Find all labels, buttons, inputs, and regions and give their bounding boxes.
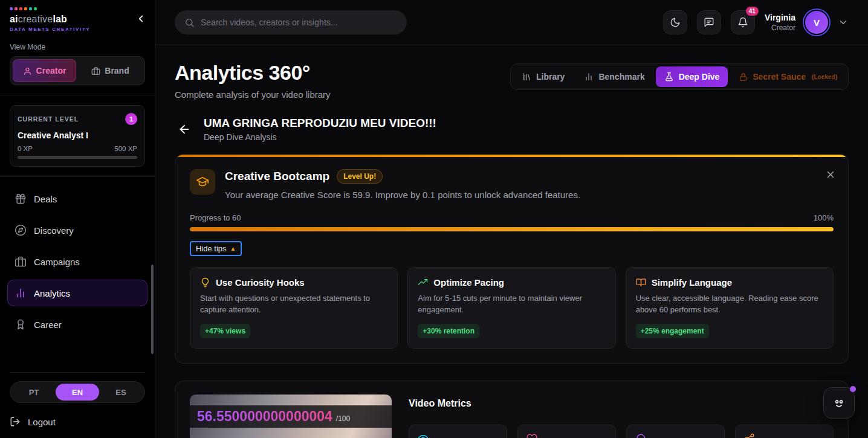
tab-label: Benchmark	[598, 72, 644, 82]
metric-card-comments	[626, 425, 725, 438]
tab-label: Secret Sauce	[753, 72, 806, 82]
share-icon	[744, 433, 755, 438]
video-thumbnail: 56.550000000000004 /100	[190, 395, 392, 438]
sidebar-collapse-button[interactable]	[135, 13, 146, 26]
view-mode-label: View Mode	[0, 32, 155, 56]
sidebar-item-discovery[interactable]: Discovery	[7, 217, 147, 243]
tip-title: Use Curiosity Hooks	[216, 277, 305, 288]
sidebar-scrollbar[interactable]	[151, 265, 154, 354]
page-header: Analytics 360° Complete analysis of your…	[175, 61, 849, 100]
creative-score-max: /100	[336, 414, 350, 423]
bootcamp-text-block: Creative Bootcamp Level Up! Your average…	[225, 169, 580, 200]
user-icon	[23, 66, 32, 76]
locked-note: (Locked)	[812, 74, 837, 80]
topbar: 41 Virginia Creator V	[155, 0, 868, 45]
logo-dot	[34, 7, 37, 10]
view-mode-brand-button[interactable]: Brand	[79, 59, 142, 82]
lightbulb-icon	[200, 277, 210, 288]
language-toggle: PT EN ES	[10, 381, 145, 403]
sidebar-item-analytics[interactable]: Analytics	[7, 280, 147, 306]
user-name: Virginia	[765, 13, 795, 22]
view-mode-creator-button[interactable]: Creator	[13, 59, 76, 82]
metric-card-views	[409, 425, 507, 438]
sidebar-item-career[interactable]: Career	[7, 311, 147, 338]
page-title-block: Analytics 360° Complete analysis of your…	[175, 61, 331, 100]
tip-stat-badge: +30% retention	[418, 324, 479, 338]
eye-icon	[418, 433, 429, 438]
bootcamp-close-button[interactable]	[825, 169, 836, 182]
trending-up-icon	[418, 277, 428, 288]
creative-bootcamp-card: Creative Bootcamp Level Up! Your average…	[175, 154, 849, 364]
tip-stat-badge: +25% engagement	[636, 324, 709, 338]
current-level-heading: CURRENT LEVEL	[18, 115, 79, 123]
sidebar-item-label: Career	[34, 320, 62, 330]
tip-title: Simplify Language	[652, 277, 732, 288]
search-input[interactable]	[201, 18, 397, 27]
tab-label: Library	[536, 72, 565, 82]
page-subtitle: Complete analysis of your video library	[175, 89, 331, 100]
logo-part-creative: creative	[18, 14, 53, 24]
tip-description: Use clear, accessible language. Reading …	[636, 293, 823, 316]
tab-label: Deep Dive	[679, 72, 720, 82]
xp-max: 500 XP	[114, 145, 137, 152]
sidebar-header: aicreativelab DATA MEETS CREATIVITY	[0, 0, 155, 32]
metric-grid	[409, 425, 834, 438]
assistant-face-icon	[832, 396, 846, 410]
moon-icon	[670, 17, 681, 28]
level-up-badge: Level Up!	[337, 169, 383, 184]
user-menu-button[interactable]	[838, 17, 849, 28]
assistant-button[interactable]	[823, 387, 855, 419]
logo-dot	[19, 7, 22, 10]
sidebar-item-deals[interactable]: Deals	[7, 185, 147, 212]
library-icon	[522, 72, 531, 82]
tab-deep-dive[interactable]: Deep Dive	[656, 66, 728, 87]
creative-score-overlay: 56.550000000000004 /100	[190, 405, 392, 428]
xp-current: 0 XP	[18, 145, 33, 152]
sidebar-item-campaigns[interactable]: Campaigns	[7, 248, 147, 275]
video-title-block: UMA GRINGA REPRODUZIU MEU VIDEO!!! Deep …	[204, 117, 436, 142]
sidebar-item-label: Analytics	[34, 288, 70, 298]
logo-dot	[29, 7, 32, 10]
tips-grid: Use Curiosity Hooks Start with questions…	[190, 267, 834, 349]
comment-icon	[635, 433, 646, 438]
tab-library[interactable]: Library	[513, 66, 573, 87]
app-logo: aicreativelab	[10, 14, 145, 25]
language-es-button[interactable]: ES	[99, 384, 143, 401]
hide-tips-button[interactable]: Hide tips ▲	[190, 241, 242, 256]
video-metrics-heading: Video Metrics	[409, 398, 834, 409]
view-mode-brand-label: Brand	[105, 66, 129, 76]
briefcase-icon	[91, 66, 100, 76]
video-metrics-card: 56.550000000000004 /100 Video Metrics	[175, 381, 849, 438]
analytics-icon	[15, 287, 27, 299]
progress-label: Progress to 60	[190, 213, 241, 222]
campaigns-icon	[15, 256, 27, 268]
analytics-tabs: Library Benchmark Deep Dive Secret Sauce…	[510, 63, 849, 90]
app-root: aicreativelab DATA MEETS CREATIVITY View…	[0, 0, 868, 438]
logo-part-lab: lab	[53, 14, 67, 24]
metric-card-shares	[735, 425, 834, 438]
tip-card-simplify-language: Simplify Language Use clear, accessible …	[626, 267, 834, 349]
logout-icon	[10, 416, 21, 427]
tip-description: Start with questions or unexpected state…	[200, 293, 387, 316]
bootcamp-description: Your average Creative Score is 59.9. Imp…	[225, 190, 580, 200]
logo-dot	[15, 7, 18, 10]
tab-benchmark[interactable]: Benchmark	[575, 66, 653, 87]
avatar[interactable]: V	[805, 11, 828, 34]
tip-description: Aim for 5-15 cuts per minute to maintain…	[418, 293, 605, 316]
language-en-button[interactable]: EN	[56, 384, 99, 401]
main-content: Analytics 360° Complete analysis of your…	[155, 45, 868, 438]
lock-icon	[739, 72, 748, 82]
logo-dots	[10, 7, 145, 10]
logo-tagline: DATA MEETS CREATIVITY	[10, 27, 145, 32]
logout-button[interactable]: Logout	[10, 416, 56, 427]
tab-secret-sauce[interactable]: Secret Sauce (Locked)	[730, 66, 846, 87]
feedback-button[interactable]	[697, 10, 721, 34]
notifications-button[interactable]: 41	[731, 10, 755, 34]
back-button[interactable]	[175, 120, 194, 139]
sidebar-item-label: Discovery	[34, 225, 74, 236]
logo-dot	[10, 7, 13, 10]
sidebar-footer: PT EN ES Logout	[0, 372, 155, 438]
language-pt-button[interactable]: PT	[12, 384, 56, 401]
theme-toggle-button[interactable]	[663, 10, 687, 34]
sidebar-nav: Deals Discovery Campaigns Analytics Care…	[0, 177, 155, 338]
